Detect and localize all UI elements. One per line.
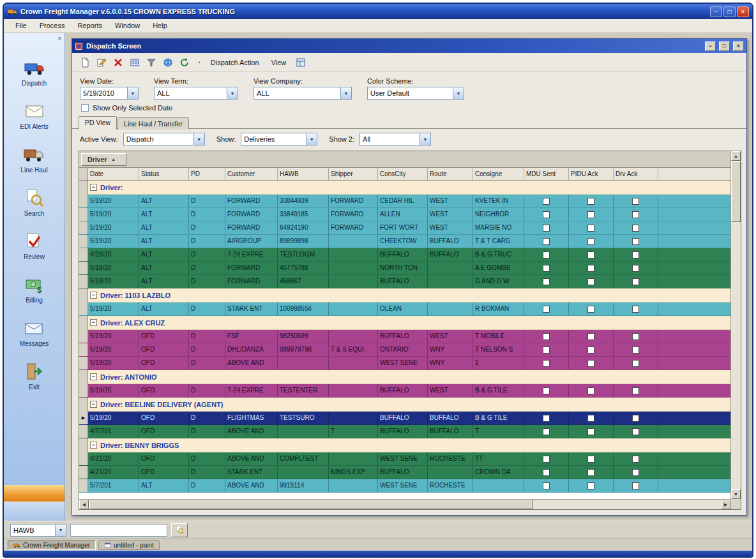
- group-header-row[interactable]: −Driver:: [79, 181, 730, 195]
- checkbox-pidu-ack[interactable]: [587, 211, 594, 218]
- toolbar-grid-button[interactable]: [127, 56, 142, 70]
- checkbox-pidu-ack[interactable]: [587, 225, 594, 232]
- group-header-row[interactable]: −Driver: 1103 LAZBLO: [79, 288, 730, 302]
- sidebar-item-billing[interactable]: $Billing: [24, 274, 45, 304]
- column-header-conscity[interactable]: ConsCity: [378, 168, 428, 180]
- dispatch-close-button[interactable]: ×: [733, 41, 744, 51]
- checkbox-pidu-ack[interactable]: [587, 306, 594, 313]
- close-button[interactable]: ×: [737, 6, 749, 17]
- dispatch-minimize-button[interactable]: −: [705, 41, 716, 51]
- dropdown-arrow-icon[interactable]: ▼: [420, 133, 430, 145]
- checkbox-mdu-sent[interactable]: [543, 251, 550, 258]
- checkbox-drv-ack[interactable]: [632, 225, 639, 232]
- grid-row[interactable]: 5/19/20ALTDFORWARD33844939FORWARDCEDAR H…: [79, 195, 730, 208]
- search-field-select[interactable]: HAWB ▼: [10, 524, 66, 537]
- grid-row[interactable]: 5/18/20ALTDFORWARD45775788NORTH TONA E G…: [79, 262, 730, 275]
- dropdown-arrow-icon[interactable]: ▼: [453, 87, 464, 99]
- grid-row[interactable]: 5/19/20OFDDABOVE ANDWEST SENEWNY1: [79, 357, 730, 370]
- scroll-down-icon[interactable]: ▼: [731, 489, 741, 499]
- horizontal-scrollbar[interactable]: ◀ ▶: [79, 499, 730, 509]
- checkbox-mdu-sent[interactable]: [543, 456, 550, 463]
- group-header-row[interactable]: −Driver: ALEX CRUZ: [79, 316, 730, 330]
- column-header-drv-ack[interactable]: Drv Ack: [614, 168, 658, 180]
- checkbox-pidu-ack[interactable]: [587, 387, 594, 394]
- scroll-right-icon[interactable]: ▶: [721, 500, 730, 509]
- checkbox-mdu-sent[interactable]: [543, 306, 550, 313]
- maximize-button[interactable]: □: [723, 6, 736, 17]
- column-header-hawb[interactable]: HAWB: [278, 168, 329, 180]
- checkbox-drv-ack[interactable]: [632, 265, 639, 272]
- checkbox-drv-ack[interactable]: [632, 469, 639, 476]
- collapse-group-icon[interactable]: −: [90, 184, 97, 191]
- grid-row[interactable]: 4/21/20OFDDSTARK ENTKINGS EXPBUFFALOCROW…: [79, 466, 730, 479]
- column-header-pidu-ack[interactable]: PIDU Ack: [569, 168, 614, 180]
- toolbar-filter-button[interactable]: [144, 56, 158, 70]
- checkbox-drv-ack[interactable]: [632, 415, 639, 422]
- grid-row[interactable]: 4/7/201OFDDABOVE ANDTBUFFALOBUFFALOT: [79, 425, 730, 438]
- group-header-row[interactable]: −Driver: ANTONIO: [79, 370, 730, 384]
- checkbox-drv-ack[interactable]: [632, 306, 639, 313]
- grid-row[interactable]: 5/19/20ALTDFORWARD64924190FORWARDFORT WO…: [79, 221, 730, 235]
- checkbox-drv-ack[interactable]: [632, 238, 639, 245]
- checkbox-pidu-ack[interactable]: [587, 333, 594, 340]
- column-header-pd[interactable]: PD: [189, 168, 225, 180]
- group-header-row[interactable]: −Driver: BEELINE DELIVERY (AGENT): [79, 398, 730, 412]
- quick-search-input[interactable]: [70, 524, 167, 537]
- grid-row[interactable]: 5/19/20OFDDFSF98250699BUFFALOWESTT MOBIL…: [79, 330, 730, 343]
- toolbar-edit-button[interactable]: [94, 56, 109, 70]
- checkbox-pidu-ack[interactable]: [587, 347, 594, 354]
- checkbox-pidu-ack[interactable]: [587, 251, 594, 258]
- checkbox-drv-ack[interactable]: [632, 198, 639, 205]
- dispatch-action-menu[interactable]: Dispatch Action: [206, 57, 264, 68]
- grid-row[interactable]: 5/19/20OFDDDHL/DANZA089979798T & S EQUIO…: [79, 343, 730, 357]
- dropdown-arrow-icon[interactable]: ▼: [306, 133, 317, 145]
- menu-help[interactable]: Help: [146, 20, 174, 31]
- show2-select[interactable]: All ▼: [359, 133, 431, 145]
- grid-row[interactable]: 4/28/20ALTD7-24 EXPRETESTLOGMBUFFALOBUFF…: [79, 248, 730, 262]
- collapse-group-icon[interactable]: −: [90, 373, 97, 380]
- group-header-row[interactable]: −Driver: BENNY BRIGGS: [79, 438, 730, 452]
- sidebar-item-exit[interactable]: Exit: [24, 361, 45, 391]
- grid-row[interactable]: 5/19/20OFDD7-24 EXPRETESTENTERBUFFALOWES…: [79, 384, 730, 398]
- menu-process[interactable]: Process: [33, 20, 72, 31]
- grid-row[interactable]: 5/19/20ALTDAIRGROUP89899898CHEEKTOWBUFFA…: [79, 235, 730, 248]
- grid-row[interactable]: 5/7/201ALTDABOVE AND9915114WEST SENEROCH…: [79, 479, 730, 493]
- sidebar-item-line-haul[interactable]: Line Haul: [20, 144, 47, 174]
- checkbox-mdu-sent[interactable]: [543, 387, 550, 394]
- column-header-mdu-sent[interactable]: MDU Sent: [524, 168, 569, 180]
- checkbox-mdu-sent[interactable]: [543, 211, 550, 218]
- grid-row[interactable]: 5/19/20ALTDFORWARD33849185FORWARDALLENWE…: [79, 208, 730, 221]
- checkbox-drv-ack[interactable]: [632, 428, 639, 435]
- grid-row[interactable]: 4/21/20OFDDABOVE ANDCOMPLTESTWEST SENERO…: [79, 452, 730, 466]
- color-scheme-select[interactable]: User Default ▼: [367, 87, 464, 100]
- checkbox-drv-ack[interactable]: [632, 360, 639, 367]
- tab-line-haul-transfer[interactable]: Line Haul / Transfer: [117, 117, 189, 130]
- sidebar-item-search[interactable]: Search: [24, 188, 45, 217]
- collapse-group-icon[interactable]: −: [90, 401, 97, 408]
- checkbox-drv-ack[interactable]: [632, 251, 639, 258]
- column-header-route[interactable]: Route: [428, 168, 473, 180]
- checkbox-mdu-sent[interactable]: [543, 415, 550, 422]
- checkbox-pidu-ack[interactable]: [587, 428, 594, 435]
- sidebar-item-dispatch[interactable]: Dispatch: [22, 57, 47, 87]
- scroll-left-icon[interactable]: ◀: [79, 500, 89, 509]
- checkbox-pidu-ack[interactable]: [587, 360, 594, 367]
- sidebar-item-edi-alerts[interactable]: EDI Alerts: [20, 101, 48, 130]
- checkbox-mdu-sent[interactable]: [543, 198, 550, 205]
- checkbox-pidu-ack[interactable]: [587, 456, 594, 463]
- checkbox-mdu-sent[interactable]: [543, 225, 550, 232]
- view-date-select[interactable]: 5/19/2010 ▼: [80, 87, 139, 100]
- checkbox-drv-ack[interactable]: [632, 347, 639, 354]
- checkbox-drv-ack[interactable]: [632, 482, 639, 489]
- dropdown-arrow-icon[interactable]: ▼: [340, 87, 351, 99]
- checkbox-drv-ack[interactable]: [632, 456, 639, 463]
- quick-search-button[interactable]: [171, 523, 188, 537]
- collapse-group-icon[interactable]: −: [90, 292, 97, 299]
- checkbox-pidu-ack[interactable]: [587, 198, 594, 205]
- layout-button[interactable]: [293, 56, 308, 70]
- tab-pd-view[interactable]: PD View: [79, 116, 117, 130]
- sidebar-item-review[interactable]: Review: [24, 231, 45, 260]
- checkbox-pidu-ack[interactable]: [587, 238, 594, 245]
- column-header-status[interactable]: Status: [139, 168, 189, 180]
- horizontal-scroll-thumb[interactable]: [89, 500, 533, 509]
